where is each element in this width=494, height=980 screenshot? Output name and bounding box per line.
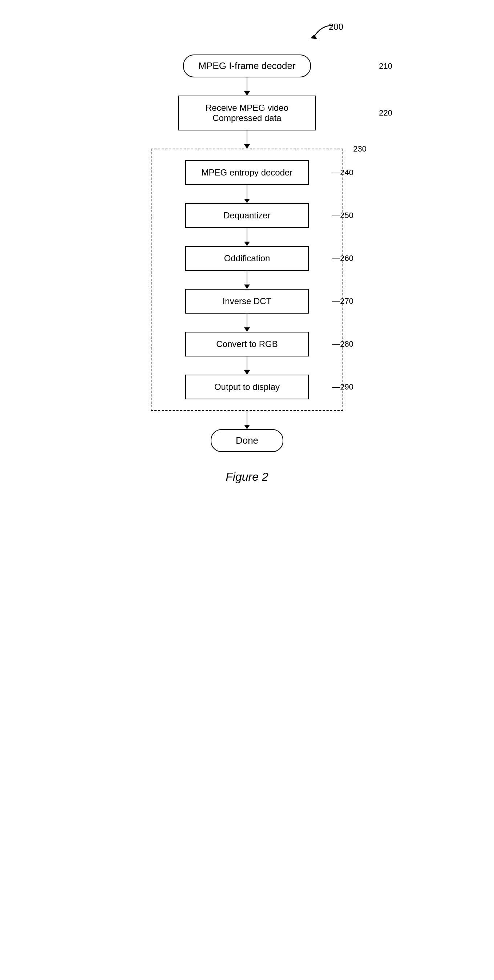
svg-marker-0 bbox=[311, 35, 317, 39]
node-280-wrapper: Convert to RGB —280 bbox=[162, 332, 332, 356]
ref-270: —270 bbox=[332, 296, 353, 306]
ref-230: 230 bbox=[352, 144, 368, 154]
node-220-wrapper: Receive MPEG video Compressed data 220 bbox=[124, 95, 370, 130]
node-280-row: Convert to RGB —280 bbox=[162, 332, 332, 356]
node-220: Receive MPEG video Compressed data bbox=[178, 95, 316, 130]
node-240-wrapper: MPEG entropy decoder —240 bbox=[162, 160, 332, 185]
ref-260: —260 bbox=[332, 254, 353, 263]
node-260-row: Oddification —260 bbox=[162, 246, 332, 271]
node-270: Inverse DCT bbox=[185, 289, 309, 313]
node-250-row: Dequantizer —250 bbox=[162, 203, 332, 228]
node-240: MPEG entropy decoder bbox=[185, 160, 309, 185]
node-280: Convert to RGB bbox=[185, 332, 309, 356]
node-260-wrapper: Oddification —260 bbox=[162, 246, 332, 271]
node-done: Done bbox=[211, 429, 283, 452]
node-270-row: Inverse DCT —270 bbox=[162, 289, 332, 313]
node-done-row: Done bbox=[124, 429, 370, 452]
node-220-row: Receive MPEG video Compressed data 220 bbox=[124, 95, 370, 130]
node-290: Output to display bbox=[185, 375, 309, 399]
dashed-group: 230 MPEG entropy decoder —240 Dequantize… bbox=[151, 149, 343, 411]
figure-label: Figure 2 bbox=[226, 470, 268, 483]
arrow-6 bbox=[244, 313, 250, 332]
node-250: Dequantizer bbox=[185, 203, 309, 228]
node-240-row: MPEG entropy decoder —240 bbox=[162, 160, 332, 185]
ref-220: 220 bbox=[379, 108, 392, 118]
arrow-5 bbox=[244, 271, 250, 289]
ref-280: —280 bbox=[332, 339, 353, 349]
node-210-wrapper: MPEG I-frame decoder 210 bbox=[124, 54, 370, 77]
ref-200-label: 200 bbox=[329, 22, 343, 32]
ref-210: 210 bbox=[379, 61, 392, 71]
node-210-row: MPEG I-frame decoder 210 bbox=[124, 54, 370, 77]
node-270-wrapper: Inverse DCT —270 bbox=[162, 289, 332, 313]
ref-250: —250 bbox=[332, 211, 353, 220]
node-250-wrapper: Dequantizer —250 bbox=[162, 203, 332, 228]
ref-290: —290 bbox=[332, 382, 353, 392]
node-290-wrapper: Output to display —290 bbox=[162, 375, 332, 399]
diagram-container: 200 MPEG I-frame decoder 210 Receive MPE… bbox=[124, 0, 370, 980]
figure-label-wrapper: Figure 2 bbox=[226, 470, 268, 484]
node-260: Oddification bbox=[185, 246, 309, 271]
arrow-8 bbox=[244, 411, 250, 429]
node-done-wrapper: Done bbox=[124, 429, 370, 452]
ref-240: —240 bbox=[332, 168, 353, 177]
node-290-row: Output to display —290 bbox=[162, 375, 332, 399]
arrow-3 bbox=[244, 185, 250, 203]
node-210: MPEG I-frame decoder bbox=[183, 54, 311, 77]
arrow-1 bbox=[244, 77, 250, 95]
arrow-4 bbox=[244, 228, 250, 246]
arrow-7 bbox=[244, 356, 250, 375]
arrow-2 bbox=[244, 130, 250, 149]
